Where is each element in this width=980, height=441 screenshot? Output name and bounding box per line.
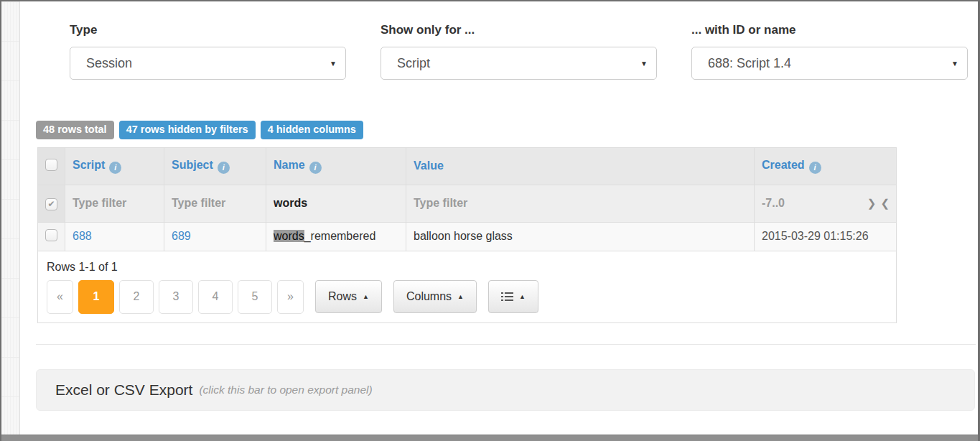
table-row: 688 689 words_remembered balloon horse g… [38,222,897,251]
app-window: Type Session ▼ Show only for ... Script … [0,0,980,441]
caret-up-icon: ▲ [363,293,369,300]
show-only-label: Show only for ... [381,23,657,37]
value-column-label[interactable]: Value [414,159,444,172]
caret-up-icon: ▲ [519,293,526,300]
created-filter-input[interactable] [762,197,834,210]
columns-button-label: Columns [406,290,452,303]
export-bar-hint: (click this bar to open export panel) [199,384,372,396]
columns-button[interactable]: Columns ▲ [393,280,477,313]
export-bar-title: Excel or CSV Export [55,381,192,399]
column-header-subject[interactable]: Subjecti [164,147,266,185]
id-name-select[interactable]: 688: Script 1.4 ▼ [691,47,968,80]
name-cell: words_remembered [266,222,406,251]
section-divider [36,344,976,345]
subject-filter-input[interactable] [172,197,258,210]
table-footer-row: Rows 1-1 of 1 « 1 2 3 4 5 » Rows ▲ [38,251,897,322]
name-rest: _remembered [304,230,376,242]
filter-id-name: ... with ID or name 688: Script 1.4 ▼ [691,23,968,80]
type-label: Type [70,23,346,37]
type-select[interactable]: Session ▼ [70,47,346,80]
status-badges: 48 rows total 47 rows hidden by filters … [36,121,976,139]
page-2-button[interactable]: 2 [119,280,154,314]
page-5-button[interactable]: 5 [238,280,272,314]
name-match-highlight: words [274,230,304,242]
page-3-button[interactable]: 3 [159,280,193,314]
info-icon[interactable]: i [218,162,230,174]
info-icon[interactable]: i [809,162,821,174]
page-1-button[interactable]: 1 [78,280,114,314]
left-gutter-strip [1,1,20,441]
rows-summary: Rows 1-1 of 1 [47,261,887,274]
rows-button[interactable]: Rows ▲ [315,280,382,313]
subject-column-label[interactable]: Subject [172,159,213,171]
created-column-label[interactable]: Created [762,159,805,171]
export-bar[interactable]: Excel or CSV Export (click this bar to o… [36,369,975,411]
name-filter-input[interactable] [274,197,398,210]
created-cell: 2015-03-29 01:15:26 [755,222,897,251]
main-content: Type Session ▼ Show only for ... Script … [34,23,976,411]
results-table: Scripti Subjecti Namei Value Createdi [37,147,897,323]
show-only-select-value: Script [397,56,430,71]
header-row: Scripti Subjecti Namei Value Createdi [38,147,897,185]
name-column-label[interactable]: Name [274,159,305,171]
rows-total-badge: 48 rows total [36,121,114,139]
page-4-button[interactable]: 4 [198,280,233,314]
range-arrows-icon[interactable]: ❯ ❮ [867,197,890,210]
check-icon: ✔ [47,199,55,209]
value-cell: balloon horse glass [406,222,755,251]
rows-hidden-badge: 47 rows hidden by filters [119,121,256,139]
chevron-down-icon: ▼ [330,60,337,68]
show-only-select[interactable]: Script ▼ [381,47,657,80]
caret-up-icon: ▲ [457,293,464,300]
column-header-value[interactable]: Value [406,147,755,185]
list-menu-button[interactable]: ▲ [488,280,538,313]
filter-row: ✔ ❯ ❮ [38,185,897,222]
type-select-value: Session [86,56,132,71]
column-header-created[interactable]: Createdi [755,147,897,185]
hidden-columns-badge: 4 hidden columns [261,121,363,139]
row-checkbox[interactable] [45,229,57,241]
chevron-down-icon: ▼ [951,60,958,68]
bottom-window-strip [1,435,978,441]
page-prev-button[interactable]: « [47,280,73,314]
filter-row-checkbox[interactable]: ✔ [45,198,57,210]
subject-id-link[interactable]: 689 [172,230,191,242]
page-next-button[interactable]: » [277,280,304,314]
column-header-script[interactable]: Scripti [65,147,164,185]
chevron-down-icon: ▼ [640,60,648,68]
filter-show-only: Show only for ... Script ▼ [381,23,657,80]
results-table-wrap: Scripti Subjecti Namei Value Createdi [34,147,976,323]
id-name-label: ... with ID or name [691,23,968,37]
value-filter-input[interactable] [414,197,747,210]
select-all-checkbox[interactable] [45,159,57,171]
info-icon[interactable]: i [109,162,121,174]
filter-type: Type Session ▼ [70,23,346,80]
list-icon [501,290,513,303]
rows-button-label: Rows [328,290,357,303]
column-header-name[interactable]: Namei [266,147,406,185]
script-id-link[interactable]: 688 [73,230,92,242]
id-name-select-value: 688: Script 1.4 [708,56,791,71]
info-icon[interactable]: i [309,162,322,174]
script-column-label[interactable]: Script [73,159,105,171]
script-filter-input[interactable] [73,197,157,210]
pagination: « 1 2 3 4 5 » Rows ▲ Co [47,280,887,314]
filter-bar: Type Session ▼ Show only for ... Script … [70,23,976,80]
